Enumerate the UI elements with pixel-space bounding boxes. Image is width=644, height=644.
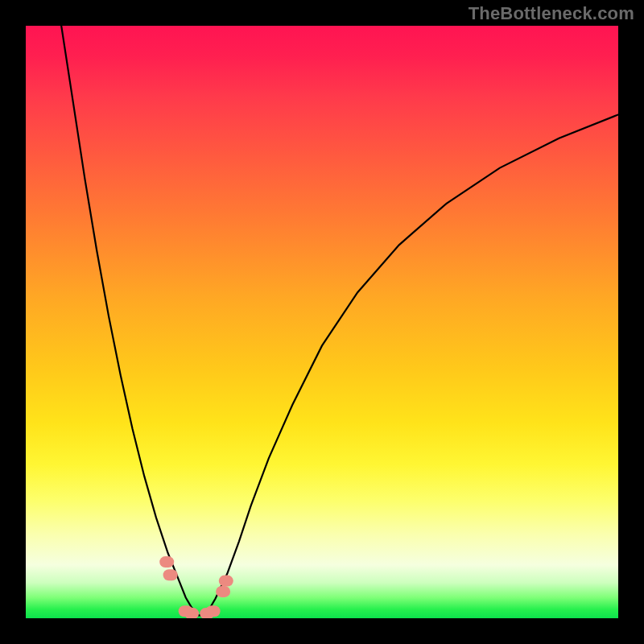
curves-layer — [26, 26, 618, 618]
svg-rect-3 — [184, 608, 199, 618]
chart-root: TheBottleneck.com — [0, 0, 644, 644]
marker-floor-right-2 — [206, 605, 221, 617]
marker-right-lower — [216, 586, 230, 597]
marker-left-upper — [159, 556, 174, 568]
curve-group — [61, 26, 618, 615]
plot-area — [26, 26, 618, 618]
svg-rect-0 — [159, 556, 174, 568]
right-branch-curve — [204, 114, 618, 613]
svg-rect-1 — [163, 569, 178, 580]
marker-left-lower — [163, 569, 178, 580]
svg-rect-6 — [216, 586, 230, 597]
left-branch-curve — [61, 26, 197, 613]
watermark-text: TheBottleneck.com — [469, 3, 634, 24]
marker-group — [159, 556, 233, 618]
svg-rect-7 — [219, 576, 233, 587]
svg-rect-5 — [206, 605, 221, 617]
marker-floor-left-2 — [184, 608, 199, 618]
marker-right-upper — [219, 576, 233, 587]
